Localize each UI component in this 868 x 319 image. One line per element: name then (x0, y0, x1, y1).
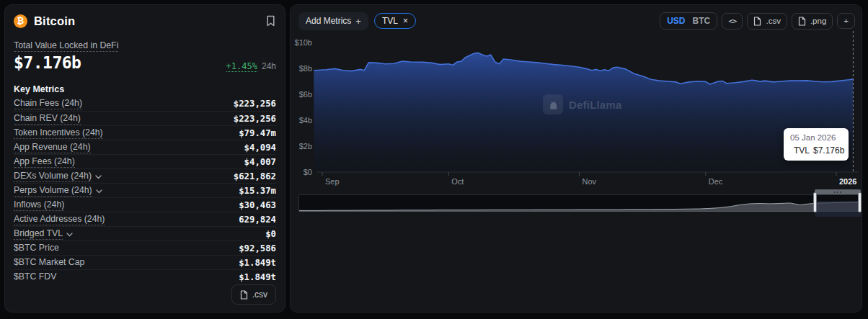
svg-text:2026: 2026 (839, 177, 856, 186)
metric-label[interactable]: Perps Volume (24h) (14, 185, 102, 197)
metric-value: 629,824 (239, 215, 276, 225)
code-icon: <> (728, 17, 736, 26)
metric-label[interactable]: $BTC Market Cap (14, 257, 84, 268)
brush-handle-left[interactable] (813, 192, 817, 212)
metric-row: $BTC Market Cap $1.849t (14, 255, 276, 269)
metric-row: Chain Fees (24h) $223,256 (14, 96, 276, 111)
metric-row: Chain REV (24h) $223,256 (14, 111, 276, 125)
svg-text:$6b: $6b (299, 90, 312, 99)
metric-label[interactable]: App Fees (24h) (14, 156, 75, 168)
metric-row: $BTC FDV $1.849t (14, 269, 276, 284)
key-metrics-heading: Key Metrics (14, 84, 276, 94)
metric-label[interactable]: DEXs Volume (24h) (14, 171, 102, 182)
bitcoin-icon: ₿ (14, 14, 27, 28)
card-header: ₿ Bitcoin (14, 11, 276, 31)
metric-label[interactable]: Bridged TVL (14, 228, 73, 240)
metric-value: $4,094 (244, 143, 276, 153)
tvl-label[interactable]: Total Value Locked in DeFi (14, 40, 276, 50)
brush-selection[interactable] (815, 201, 862, 217)
metric-value: $1.849t (239, 258, 276, 268)
metric-row: $BTC Price $92,586 (14, 241, 276, 255)
svg-text:$4b: $4b (299, 116, 312, 125)
tooltip-series: TVL (794, 145, 810, 156)
metric-label[interactable]: App Revenue (24h) (14, 142, 91, 153)
metric-value: $1.849t (239, 272, 276, 282)
chart-canvas[interactable]: $10b$8b$6b$4b$2b$0SepOctNovDec2026 (291, 27, 862, 199)
metric-value: $30,463 (239, 200, 276, 210)
metric-label[interactable]: Active Addresses (24h) (14, 214, 105, 225)
svg-text:$10b: $10b (295, 38, 312, 47)
metric-value: $92,586 (239, 243, 276, 253)
svg-text:$8b: $8b (299, 64, 312, 73)
svg-text:Oct: Oct (451, 177, 464, 186)
tvl-area-chart[interactable]: $10b$8b$6b$4b$2b$0SepOctNovDec2026 DefiL… (291, 27, 862, 199)
plus-icon: + (843, 17, 849, 25)
file-icon (798, 17, 806, 26)
metric-label[interactable]: Inflows (24h) (14, 199, 64, 211)
svg-text:$2b: $2b (299, 142, 312, 150)
svg-text:$0: $0 (304, 168, 312, 176)
metric-value: $223,256 (234, 99, 276, 109)
metric-row: DEXs Volume (24h) $621,862 (14, 169, 276, 183)
metric-value: $4,007 (244, 157, 276, 167)
close-icon[interactable]: × (403, 16, 408, 26)
metric-row: Inflows (24h) $30,463 (14, 197, 276, 212)
tooltip-date: 05 Jan 2026 (790, 133, 842, 142)
file-icon (240, 290, 248, 300)
metric-value: $621,862 (234, 171, 276, 181)
currency-usd-button[interactable]: USD (667, 16, 685, 26)
tvl-value-row: $7.176b +1.45% 24h (14, 53, 276, 72)
metric-row: Perps Volume (24h) $15.37m (14, 183, 276, 197)
metric-label[interactable]: $BTC Price (14, 243, 59, 253)
metric-label[interactable]: Chain REV (24h) (14, 113, 81, 125)
download-csv-button[interactable]: .csv (231, 284, 276, 305)
tooltip-value: $7.176b (813, 145, 844, 156)
metric-value: $0 (265, 229, 276, 239)
token-summary-card: ₿ Bitcoin Total Value Locked in DeFi $7.… (4, 4, 285, 313)
chevron-down-icon[interactable] (95, 175, 102, 179)
brush-drag-strip[interactable] (815, 189, 861, 194)
metric-row: Active Addresses (24h) 629,824 (14, 212, 276, 226)
tvl-period: 24h (262, 61, 276, 71)
plus-icon: + (355, 16, 361, 27)
file-icon (753, 17, 761, 26)
tvl-change-badge[interactable]: +1.45% (226, 61, 257, 72)
key-metrics-list: Chain Fees (24h) $223,256 Chain REV (24h… (14, 96, 276, 284)
metric-row: Bridged TVL $0 (14, 226, 276, 241)
chevron-down-icon[interactable] (96, 189, 102, 194)
tvl-chart-card: Add Metrics + TVL × USD BTC <> .csv .png (290, 4, 862, 313)
metric-label[interactable]: $BTC FDV (14, 271, 56, 282)
svg-text:Sep: Sep (325, 177, 340, 186)
metric-value: $223,256 (234, 114, 276, 124)
metric-label[interactable]: Chain Fees (24h) (14, 98, 82, 109)
metric-row: Token Incentives (24h) $79.47m (14, 125, 276, 140)
metric-value: $15.37m (239, 186, 276, 196)
metric-row: App Fees (24h) $4,007 (14, 154, 276, 169)
brush-handle-right[interactable] (858, 192, 862, 212)
bookmark-icon[interactable] (265, 15, 276, 27)
chart-tooltip: 05 Jan 2026 TVL $7.176b (784, 128, 849, 161)
metric-label[interactable]: Token Incentives (24h) (14, 127, 103, 139)
metric-row: App Revenue (24h) $4,094 (14, 140, 276, 154)
svg-text:Dec: Dec (709, 177, 723, 186)
brush-track[interactable] (298, 194, 861, 212)
svg-text:Nov: Nov (583, 177, 597, 186)
chevron-down-icon[interactable] (66, 233, 73, 237)
metric-value: $79.47m (239, 128, 276, 138)
token-title: Bitcoin (34, 14, 75, 28)
time-range-brush[interactable] (298, 189, 861, 212)
tvl-value: $7.176b (14, 53, 81, 72)
currency-btc-button[interactable]: BTC (693, 16, 711, 26)
